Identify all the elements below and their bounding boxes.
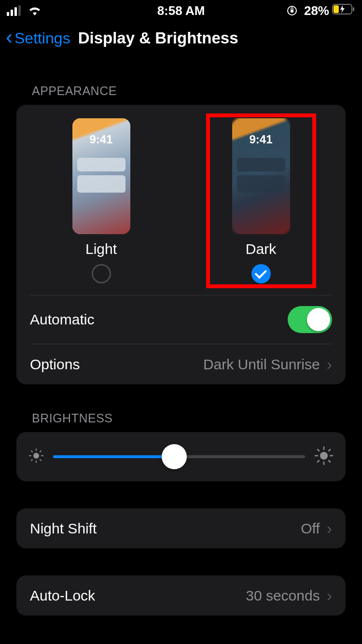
chevron-right-icon: ›: [327, 355, 332, 374]
light-radio[interactable]: [92, 264, 111, 283]
automatic-row: Automatic: [16, 295, 346, 344]
chevron-left-icon: ‹: [6, 27, 13, 47]
wifi-icon: [28, 5, 42, 16]
page-title: Display & Brightness: [78, 29, 238, 47]
light-label: Light: [85, 241, 117, 257]
options-value: Dark Until Sunrise: [203, 356, 320, 373]
svg-line-11: [40, 460, 41, 461]
svg-line-20: [329, 461, 330, 462]
night-shift-label: Night Shift: [30, 520, 97, 537]
light-preview-thumbnail: 9:41: [72, 118, 130, 234]
svg-rect-4: [334, 5, 339, 13]
battery-percent: 28%: [304, 3, 329, 18]
appearance-card: 9:41 Light 9:41 Dark Automatic: [16, 105, 346, 384]
svg-rect-1: [291, 10, 293, 13]
svg-line-22: [329, 449, 330, 451]
svg-line-13: [40, 451, 41, 452]
appearance-option-dark[interactable]: 9:41 Dark: [213, 118, 309, 283]
svg-line-10: [31, 451, 32, 452]
automatic-label: Automatic: [30, 311, 94, 328]
brightness-card: [16, 432, 346, 481]
dark-radio[interactable]: [251, 264, 271, 283]
night-shift-row[interactable]: Night Shift Off ›: [16, 508, 346, 548]
nav-bar: ‹ Settings Display & Brightness: [0, 21, 362, 55]
auto-lock-row[interactable]: Auto-Lock 30 seconds ›: [16, 575, 346, 616]
sun-large-icon: [314, 446, 334, 468]
appearance-option-light[interactable]: 9:41 Light: [53, 118, 150, 283]
dark-preview-thumbnail: 9:41: [232, 118, 290, 234]
svg-line-21: [318, 461, 319, 462]
chevron-right-icon: ›: [327, 519, 332, 538]
battery-icon: [332, 3, 355, 18]
night-shift-value: Off: [301, 520, 320, 537]
svg-line-12: [31, 460, 32, 461]
appearance-section-header: APPEARANCE: [16, 84, 346, 98]
brightness-slider-thumb[interactable]: [162, 444, 187, 469]
back-label: Settings: [14, 29, 70, 47]
svg-line-19: [318, 449, 319, 451]
chevron-right-icon: ›: [327, 586, 332, 605]
options-label: Options: [30, 356, 80, 373]
orientation-lock-icon: [287, 5, 297, 16]
options-row[interactable]: Options Dark Until Sunrise ›: [16, 344, 346, 384]
auto-lock-value: 30 seconds: [246, 588, 320, 604]
dark-label: Dark: [246, 241, 276, 257]
automatic-toggle[interactable]: [288, 306, 332, 333]
status-bar: 8:58 AM 28%: [0, 0, 362, 21]
svg-point-14: [320, 452, 328, 460]
svg-rect-3: [353, 7, 354, 11]
sun-small-icon: [28, 448, 44, 466]
brightness-section-header: BRIGHTNESS: [16, 411, 346, 425]
auto-lock-label: Auto-Lock: [30, 588, 95, 604]
cellular-signal-icon: [7, 5, 21, 16]
brightness-slider[interactable]: [53, 455, 305, 458]
back-button[interactable]: ‹ Settings: [6, 29, 70, 47]
svg-point-5: [33, 453, 39, 459]
